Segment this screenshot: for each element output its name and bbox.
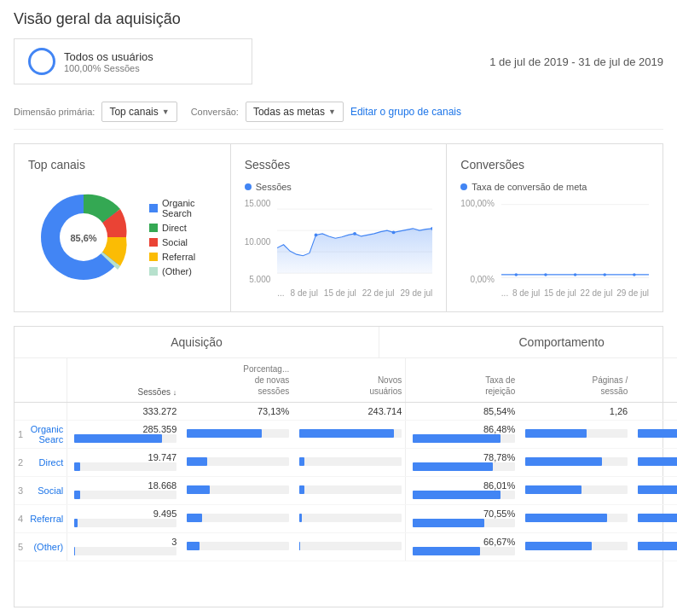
row-channel-5: (Other) xyxy=(26,533,67,561)
total-sessoes: 333.272 xyxy=(67,403,181,421)
th-sessoes[interactable]: Sessões ↓ xyxy=(67,358,181,403)
svg-text:85,6%: 85,6% xyxy=(70,233,96,243)
row-paginas-5 xyxy=(518,533,631,561)
svg-point-7 xyxy=(315,234,318,237)
row-channel-4: Referral xyxy=(26,505,67,533)
conv-y-bottom: 0,00% xyxy=(460,275,494,284)
row-pct-novas-1 xyxy=(180,421,292,449)
novos-bar-5 xyxy=(299,542,402,550)
users-icon xyxy=(28,48,55,75)
sessoes-bar-5 xyxy=(74,547,176,555)
row-duracao-2 xyxy=(631,449,677,477)
x-label-8jul: 8 de jul xyxy=(291,288,318,298)
row-num-2: 2 xyxy=(14,449,26,477)
conv-dot xyxy=(460,183,467,190)
legend-label-other: (Other) xyxy=(162,266,192,276)
row-paginas-1 xyxy=(518,421,631,449)
row-duracao-4 xyxy=(631,505,677,533)
th-paginas[interactable]: Páginas /sessão xyxy=(518,358,631,403)
row-duracao-5 xyxy=(631,533,677,561)
y-label-2: 10.000 xyxy=(245,237,271,247)
row-novos-5 xyxy=(292,533,406,561)
taxa-bar-5 xyxy=(413,547,515,555)
total-channel xyxy=(26,403,67,421)
users-box: Todos os usuários 100,00% Sessões xyxy=(14,38,252,84)
th-taxa-rejeicao[interactable]: Taxa derejeição xyxy=(406,358,519,403)
top-canais-title: Top canais xyxy=(28,158,217,171)
taxa-bar-2 xyxy=(413,462,515,471)
paginas-bar-5 xyxy=(525,542,628,550)
legend-item-other: (Other) xyxy=(149,266,217,276)
channel-link-5[interactable]: (Other) xyxy=(33,542,63,552)
row-taxa-1: 86,48% xyxy=(406,421,519,449)
sessoes-bar-1 xyxy=(74,434,176,443)
total-novos: 243.714 xyxy=(292,403,406,421)
sort-arrow: ↓ xyxy=(173,388,177,397)
svg-point-15 xyxy=(574,273,576,276)
pct-bar-5 xyxy=(187,542,289,550)
row-novos-1 xyxy=(292,421,406,449)
channel-link-4[interactable]: Referral xyxy=(30,514,63,524)
todas-metas-dropdown[interactable]: Todas as metas ▼ xyxy=(246,102,344,122)
novos-bar-3 xyxy=(299,485,402,494)
x-label-15jul: 15 de jul xyxy=(324,288,356,298)
row-taxa-4: 70,55% xyxy=(406,505,519,533)
channel-link-1[interactable]: Organic Searc xyxy=(31,424,64,445)
row-taxa-2: 78,78% xyxy=(406,449,519,477)
svg-point-14 xyxy=(544,273,547,276)
svg-point-8 xyxy=(353,232,356,235)
row-novos-4 xyxy=(292,505,406,533)
channel-link-3[interactable]: Social xyxy=(38,485,63,496)
legend-label-referral: Referral xyxy=(162,252,195,262)
th-novos-usuarios[interactable]: Novosusuários xyxy=(292,358,406,403)
duracao-bar-4 xyxy=(638,514,677,522)
conv-y-top: 100,00% xyxy=(460,199,494,208)
th-duracao[interactable]: Duraçãomédia dasessão xyxy=(631,358,677,403)
novos-bar-4 xyxy=(299,514,402,522)
sessions-svg xyxy=(277,199,432,284)
comportamento-header: Comportamento xyxy=(379,327,677,357)
legend-item-direct: Direct xyxy=(149,223,217,233)
row-pct-novas-3 xyxy=(180,477,292,505)
table-row: 3 Social 18.668 86,01% xyxy=(14,477,677,505)
svg-point-13 xyxy=(514,273,517,276)
sessions-legend-label: Sessões xyxy=(256,182,292,192)
legend-item-social: Social xyxy=(149,237,217,247)
svg-point-9 xyxy=(392,230,396,234)
conv-svg xyxy=(501,199,649,284)
edit-channel-group-link[interactable]: Editar o grupo de canais xyxy=(350,106,461,118)
total-row: 333.272 73,13% 243.714 85,54% 1,26 00:01… xyxy=(14,403,677,421)
row-sessoes-5: 3 xyxy=(67,533,181,561)
duracao-bar-1 xyxy=(638,429,677,438)
conv-x-15jul: 15 de jul xyxy=(544,288,576,298)
conversoes-chart: Conversões Taxa de conversão de meta 100… xyxy=(447,144,663,311)
taxa-bar-3 xyxy=(413,491,515,499)
sessoes-bar-4 xyxy=(74,519,176,527)
row-duracao-1 xyxy=(631,421,677,449)
page-title: Visão geral da aquisição xyxy=(14,10,663,28)
pie-svg: 85,6% xyxy=(28,182,139,293)
todas-metas-label: Todas as metas xyxy=(253,106,325,118)
legend-dot-organic xyxy=(149,204,158,212)
conv-x-29jul: 29 de jul xyxy=(616,288,649,298)
row-sessoes-3: 18.668 xyxy=(67,477,181,505)
th-pct-novas[interactable]: Porcentag...de novassessões xyxy=(180,358,292,403)
th-channel xyxy=(26,358,67,403)
row-pct-novas-5 xyxy=(180,533,292,561)
row-sessoes-1: 285.359 xyxy=(67,421,181,449)
x-label-22jul: 22 de jul xyxy=(362,288,395,298)
row-paginas-4 xyxy=(518,505,631,533)
novos-bar-1 xyxy=(299,429,402,438)
legend-dot-other xyxy=(149,267,158,276)
row-paginas-3 xyxy=(518,477,631,505)
conv-legend-label: Taxa de conversão de meta xyxy=(472,182,587,192)
top-canais-dropdown[interactable]: Top canais ▼ xyxy=(101,102,176,122)
row-sessoes-2: 19.747 xyxy=(67,449,181,477)
pie-legend: Organic Search Direct Social Referral xyxy=(149,198,217,276)
total-taxa-rejeicao: 85,54% xyxy=(406,403,519,421)
channel-link-2[interactable]: Direct xyxy=(39,457,64,468)
sessions-chart: Sessões Sessões 15.000 10.000 5.000 xyxy=(231,144,448,311)
conversoes-title: Conversões xyxy=(460,158,649,171)
row-novos-3 xyxy=(292,477,406,505)
sessoes-bar-2 xyxy=(74,462,176,471)
